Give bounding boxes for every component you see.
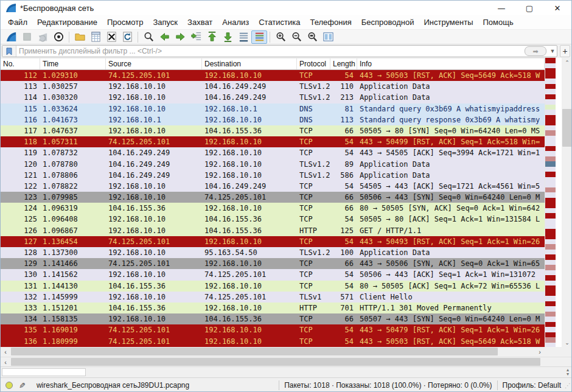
- column-header-no[interactable]: No.: [1, 58, 40, 69]
- resize-grip[interactable]: ⋰: [565, 382, 571, 389]
- filter-bookmark-icon[interactable]: [2, 46, 16, 57]
- column-header-protocol[interactable]: Protocol: [297, 58, 330, 69]
- menu-item-4[interactable]: Захват: [183, 16, 217, 29]
- expert-info-icon[interactable]: [5, 382, 13, 389]
- cell-no: 127: [1, 236, 40, 247]
- packet-row-119[interactable]: 1191.078732104.16.249.249192.168.10.10TC…: [1, 147, 545, 158]
- vertical-scroll-thumb[interactable]: [562, 109, 572, 147]
- scrollbar-corner: [545, 347, 572, 357]
- packet-row-135[interactable]: 1351.16901974.125.205.101192.168.10.10TC…: [1, 324, 545, 335]
- go-last-icon[interactable]: [220, 30, 235, 44]
- cell-len: 571: [330, 292, 357, 303]
- zoom-original-icon[interactable]: [304, 30, 320, 44]
- scroll-left-icon[interactable]: ‹: [1, 357, 10, 367]
- go-to-packet-icon[interactable]: [188, 30, 204, 44]
- menu-item-0[interactable]: Файл: [3, 16, 32, 29]
- column-header-time[interactable]: Time: [40, 58, 106, 69]
- reload-file-icon[interactable]: [119, 30, 135, 44]
- packet-row-134[interactable]: 1341.158135192.168.10.10104.16.155.36TCP…: [1, 313, 545, 324]
- save-file-icon[interactable]: [88, 30, 103, 44]
- go-first-icon[interactable]: [204, 30, 220, 44]
- apply-filter-icon[interactable]: ➡: [525, 46, 546, 56]
- packet-row-136[interactable]: 1361.18099974.125.205.101192.168.10.10TC…: [1, 336, 545, 347]
- cell-info: 443 → 50499 [RST, ACK] Seq=1 Ack=518 Win…: [357, 136, 545, 147]
- packet-row-124[interactable]: 1241.096319104.16.155.36192.168.10.10TCP…: [1, 203, 545, 214]
- restart-capture-icon[interactable]: [35, 30, 51, 44]
- scroll-left-icon[interactable]: ‹: [1, 347, 10, 357]
- packet-row-131[interactable]: 1311.144130104.16.155.36192.168.10.10TCP…: [1, 281, 545, 292]
- menu-item-5[interactable]: Анализ: [217, 16, 254, 29]
- go-forward-icon[interactable]: [172, 30, 188, 44]
- add-filter-button[interactable]: +: [560, 45, 570, 57]
- cell-proto: TCP: [297, 136, 330, 147]
- packet-row-115[interactable]: 1151.033624192.168.10.10192.168.10.1DNS8…: [1, 103, 545, 114]
- secondary-horizontal-scrollbar[interactable]: ‹: [1, 357, 572, 366]
- minimize-button[interactable]: —: [487, 1, 515, 15]
- packet-row-122[interactable]: 1221.078822192.168.10.10104.16.249.249TC…: [1, 181, 545, 192]
- close-file-icon[interactable]: [103, 30, 119, 44]
- horizontal-scroll-thumb[interactable]: [11, 348, 498, 355]
- capture-filename: wireshark_Беспроводная сетьJ89DU1.pcapng: [37, 381, 189, 390]
- menu-item-1[interactable]: Редактирование: [32, 16, 102, 29]
- menu-item-7[interactable]: Телефония: [305, 16, 356, 29]
- packet-row-118[interactable]: 1181.05731174.125.205.101192.168.10.10TC…: [1, 136, 545, 147]
- packet-row-133[interactable]: 1331.151201104.16.155.36192.168.10.10HTT…: [1, 303, 545, 313]
- start-capture-icon[interactable]: [3, 30, 19, 44]
- cell-time: 1.151201: [40, 303, 106, 313]
- packet-row-129[interactable]: 1291.14146674.125.205.101192.168.10.10TC…: [1, 258, 545, 269]
- packet-row-120[interactable]: 1201.078780104.16.249.249192.168.10.10TL…: [1, 159, 545, 170]
- secondary-scroll-thumb[interactable]: [11, 358, 540, 366]
- scroll-up-icon[interactable]: ⌃: [562, 58, 572, 68]
- packet-row-132[interactable]: 1321.145999192.168.10.1074.125.205.101TL…: [1, 292, 545, 303]
- column-header-destination[interactable]: Destination: [202, 58, 297, 69]
- packet-row-127[interactable]: 1271.13645474.125.205.101192.168.10.10TC…: [1, 236, 545, 247]
- menu-item-8[interactable]: Беспроводной: [357, 16, 419, 29]
- column-header-source[interactable]: Source: [106, 58, 202, 69]
- filter-dropdown-icon[interactable]: ▼: [548, 48, 557, 54]
- colorize-icon[interactable]: [251, 30, 267, 44]
- cell-no: 121: [1, 170, 40, 181]
- go-back-icon[interactable]: [156, 30, 172, 44]
- packet-row-123[interactable]: 1231.079985192.168.10.1074.125.205.101TC…: [1, 192, 545, 203]
- cell-len: 110: [330, 81, 357, 92]
- menu-item-9[interactable]: Инструменты: [419, 16, 478, 29]
- cell-time: 1.078806: [40, 170, 106, 181]
- capture-comment-icon[interactable]: ✎: [19, 381, 26, 390]
- packet-row-114[interactable]: 1141.030320192.168.10.10104.16.249.249TL…: [1, 92, 545, 103]
- column-header-length[interactable]: Length: [330, 58, 357, 69]
- scroll-down-icon[interactable]: ⌄: [562, 338, 572, 348]
- find-packet-icon[interactable]: [141, 30, 156, 44]
- menu-item-6[interactable]: Статистика: [254, 16, 305, 29]
- splitter-spinner-icon[interactable]: ▴▾: [567, 368, 569, 376]
- scroll-right-icon[interactable]: ›: [535, 347, 545, 357]
- packet-row-113[interactable]: 1131.030257192.168.10.10104.16.249.249TL…: [1, 81, 545, 92]
- vertical-scrollbar[interactable]: ⌃ ⌄: [562, 58, 572, 348]
- capture-options-icon[interactable]: [51, 30, 66, 44]
- horizontal-scrollbar[interactable]: ‹ ›: [1, 347, 545, 357]
- minimap-stripe: [545, 285, 556, 291]
- stop-capture-icon[interactable]: [19, 30, 35, 44]
- display-filter-input[interactable]: [16, 47, 525, 55]
- profile-label[interactable]: Профиль: Default: [503, 381, 562, 390]
- packet-minimap[interactable]: [545, 58, 556, 348]
- packet-row-126[interactable]: 1261.096867192.168.10.10104.16.155.36HTT…: [1, 225, 545, 236]
- close-button[interactable]: ✕: [543, 1, 571, 15]
- open-file-icon[interactable]: [72, 30, 88, 44]
- menu-item-2[interactable]: Просмотр: [102, 16, 148, 29]
- packet-row-112[interactable]: 1121.02931074.125.205.101192.168.10.10TC…: [1, 70, 545, 81]
- menu-item-10[interactable]: Помощь: [478, 16, 518, 29]
- packet-row-125[interactable]: 1251.096408192.168.10.10104.16.155.36TCP…: [1, 214, 545, 225]
- packet-row-117[interactable]: 1171.047637192.168.10.10104.16.155.36TCP…: [1, 125, 545, 136]
- menu-item-3[interactable]: Запуск: [148, 16, 183, 29]
- zoom-in-icon[interactable]: [273, 30, 288, 44]
- auto-scroll-icon[interactable]: [235, 30, 251, 44]
- zoom-out-icon[interactable]: [288, 30, 304, 44]
- packet-row-128[interactable]: 1281.137300192.168.10.1095.163.54.50TLSv…: [1, 247, 545, 258]
- column-header-info[interactable]: Info: [357, 58, 545, 69]
- packet-row-121[interactable]: 1211.078806104.16.249.249192.168.10.10TL…: [1, 170, 545, 181]
- packet-row-116[interactable]: 1161.041673192.168.10.1192.168.10.10DNS1…: [1, 114, 545, 125]
- packet-row-130[interactable]: 1301.141562192.168.10.1074.125.205.101TC…: [1, 269, 545, 280]
- maximize-button[interactable]: ▢: [515, 1, 543, 15]
- minimap-stripe: [545, 265, 556, 270]
- resize-columns-icon[interactable]: [320, 30, 336, 44]
